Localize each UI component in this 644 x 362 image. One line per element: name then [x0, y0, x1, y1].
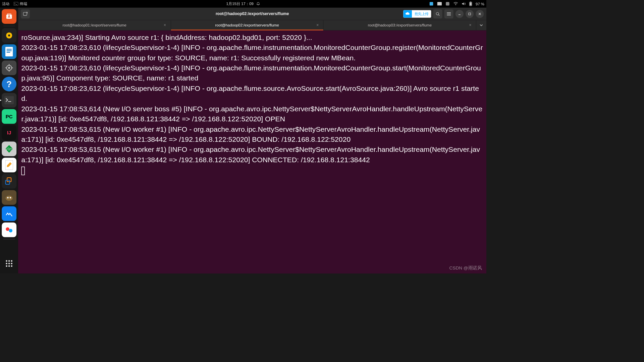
notification-bell-icon[interactable]	[256, 2, 260, 6]
svg-point-43	[436, 12, 439, 15]
svg-rect-30	[5, 210, 14, 217]
wifi-icon[interactable]	[453, 2, 458, 6]
dock-settings[interactable]	[2, 60, 16, 75]
svg-rect-0	[14, 2, 18, 6]
terminal-mini-icon	[14, 2, 18, 6]
dock-separator	[3, 239, 15, 240]
svg-point-28	[7, 197, 9, 199]
dock-pycharm[interactable]: PC	[2, 109, 16, 124]
tab-close-icon[interactable]: ×	[469, 23, 471, 27]
svg-rect-25	[7, 178, 11, 182]
dock-vim[interactable]: Vim	[2, 141, 16, 156]
dock-help[interactable]: ?	[2, 77, 16, 92]
terminal-output: roSource.java:234)] Starting Avro source…	[21, 33, 483, 176]
svg-rect-12	[5, 47, 13, 57]
svg-point-17	[8, 67, 10, 69]
dock: A ? PC IJ Vim	[0, 8, 18, 274]
window-close-button[interactable]	[476, 10, 484, 18]
svg-rect-42	[23, 12, 27, 15]
dock-libreoffice-writer[interactable]	[2, 44, 16, 59]
terminal-tab-hadoop01[interactable]: root@hadoop01:/export/servers/flume ×	[18, 20, 171, 30]
svg-point-4	[455, 5, 456, 5]
upload-badge[interactable]: 抢先上传	[403, 10, 431, 18]
window-title: root@hadoop02:/export/servers/flume	[216, 11, 289, 16]
svg-rect-1	[430, 2, 433, 6]
dock-show-apps[interactable]	[2, 256, 16, 271]
svg-point-38	[11, 263, 12, 264]
tray-vm-icon[interactable]	[445, 2, 450, 6]
dock-virtualbox[interactable]	[2, 174, 16, 189]
tab-label: root@hadoop01:/export/servers/flume	[62, 23, 126, 27]
active-app-indicator[interactable]: 终端	[14, 1, 28, 6]
svg-rect-3	[446, 2, 449, 6]
dock-ubuntu-software[interactable]: A	[2, 9, 16, 24]
svg-point-37	[8, 263, 10, 264]
svg-rect-22	[4, 96, 14, 104]
svg-point-32	[9, 229, 12, 233]
svg-text:Vim: Vim	[5, 146, 13, 152]
terminal-tab-hadoop03[interactable]: root@hadoop03:/export/servers/flume ×	[324, 20, 476, 30]
svg-point-40	[8, 265, 10, 267]
svg-point-29	[10, 197, 11, 199]
svg-point-41	[11, 265, 12, 267]
svg-point-35	[11, 260, 12, 262]
svg-rect-49	[469, 13, 471, 15]
dock-rhythmbox[interactable]	[2, 28, 16, 43]
activities-button[interactable]: 活动	[2, 1, 10, 6]
dock-baidu-netdisk[interactable]	[2, 223, 16, 237]
dock-intellij[interactable]: IJ	[2, 125, 16, 140]
top-panel: 活动 终端 1月15日 17：09 97 %	[0, 0, 486, 8]
tab-label: root@hadoop02:/export/servers/flume	[215, 23, 279, 27]
dock-text-editor[interactable]	[2, 158, 16, 172]
window-maximize-button[interactable]	[466, 10, 474, 18]
cloud-upload-icon	[403, 10, 412, 18]
dock-meeting[interactable]	[2, 206, 16, 221]
watermark: CSDN @雨诺风	[449, 265, 482, 271]
terminal-tab-hadoop02[interactable]: root@hadoop02:/export/servers/flume ×	[171, 20, 324, 30]
tab-list-dropdown[interactable]	[476, 20, 486, 30]
svg-point-33	[6, 260, 7, 262]
svg-rect-14	[7, 50, 12, 51]
tray-screenshot-icon[interactable]	[437, 2, 442, 6]
terminal-tabs: root@hadoop01:/export/servers/flume × ro…	[18, 20, 486, 30]
svg-point-36	[6, 263, 7, 264]
svg-point-31	[6, 227, 9, 231]
svg-point-39	[6, 265, 7, 267]
hamburger-menu-button[interactable]	[444, 9, 453, 18]
svg-rect-7	[470, 2, 471, 5]
svg-rect-2	[437, 2, 442, 6]
terminal-viewport[interactable]: roSource.java:234)] Starting Avro source…	[18, 31, 486, 274]
svg-rect-26	[6, 180, 10, 184]
tab-label: root@hadoop03:/export/servers/flume	[368, 23, 432, 27]
terminal-window: root@hadoop02:/export/servers/flume 抢先上传…	[18, 8, 486, 274]
volume-icon[interactable]	[462, 2, 466, 6]
window-titlebar: root@hadoop02:/export/servers/flume 抢先上传	[18, 8, 486, 20]
battery-icon[interactable]	[469, 2, 472, 6]
svg-point-11	[8, 35, 10, 37]
battery-percent: 97 %	[476, 2, 484, 6]
svg-rect-15	[7, 52, 10, 53]
window-minimize-button[interactable]	[455, 10, 464, 18]
dock-gimp[interactable]	[2, 190, 16, 205]
dock-terminal[interactable]	[2, 93, 16, 108]
svg-rect-6	[470, 2, 471, 2]
active-app-name: 终端	[20, 1, 28, 6]
svg-rect-13	[7, 49, 12, 50]
upload-label: 抢先上传	[412, 11, 431, 16]
tray-app-icon[interactable]	[429, 2, 434, 6]
svg-text:A: A	[8, 14, 10, 18]
new-tab-button[interactable]	[21, 9, 30, 18]
svg-point-34	[8, 260, 10, 262]
terminal-cursor	[21, 167, 25, 175]
search-button[interactable]	[433, 9, 442, 18]
clock[interactable]: 1月15日 17：09	[226, 1, 254, 6]
tab-close-icon[interactable]: ×	[316, 23, 319, 27]
tab-close-icon[interactable]: ×	[164, 23, 166, 27]
svg-line-44	[438, 14, 439, 15]
dock-separator	[3, 26, 15, 26]
svg-point-27	[6, 196, 13, 201]
